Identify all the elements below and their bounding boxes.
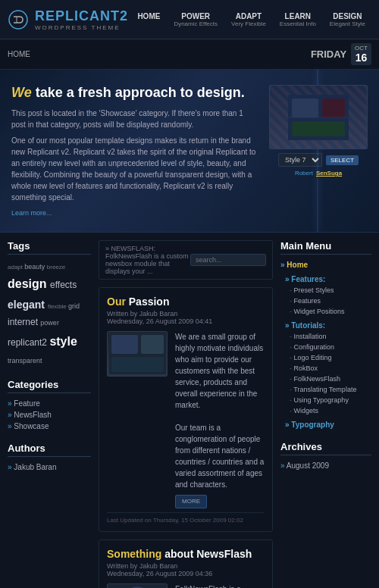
menu-widget-positions[interactable]: Widget Positions [280,306,371,317]
tag-grid[interactable]: grid [68,302,80,310]
menu-features[interactable]: Features [280,296,371,306]
hero-content: We take a fresh approach to design. This… [11,85,258,217]
hero-body-2: One of our most popular template designs… [11,135,258,203]
menu-widgets[interactable]: Widgets [280,405,371,416]
menu-rokbox[interactable]: RokBox [280,363,371,374]
learn-more-link[interactable]: Learn more... [11,209,52,217]
nav-links: HOME POWER Dynamic Effects ADAPT Very Fl… [131,9,371,30]
breadcrumb: HOME [8,50,30,58]
search-bar: » NEWSFLASH: FolkNewsFlash is a custom n… [99,240,273,280]
svg-rect-4 [292,121,345,136]
menu-installation[interactable]: Installation [280,331,371,342]
tag-breeze[interactable]: breeze [47,264,65,271]
svg-rect-2 [292,99,318,117]
logo-title: REPLICANT2 [35,8,128,24]
archives-section: Archives August 2009 [280,441,371,471]
logo-name: REPLICANT [35,8,120,23]
theme-tag-2[interactable]: SenSuga [316,170,342,177]
main-menu-section: Main Menu Home Features: Preset Styles F… [280,240,371,430]
tag-effects[interactable]: effects [50,280,77,290]
tag-flexible[interactable]: flexible [48,303,68,310]
tag-adapt[interactable]: adapt [8,264,24,271]
date-month: OCT [355,45,368,52]
tag-cloud: adapt beauty breeze design effects elega… [8,259,91,368]
style-dropdown[interactable]: Style 7 [278,153,322,167]
post-updated-1: Last Updated on Thursday, 15 October 200… [107,512,265,524]
select-button[interactable]: SELECT [326,155,359,165]
logo[interactable]: REPLICANT2 WordPress Theme [8,8,128,31]
hero-section: We take a fresh approach to design. This… [0,70,379,233]
logo-accent: 2 [120,8,128,23]
top-navigation: REPLICANT2 WordPress Theme HOME POWER Dy… [0,0,379,39]
post-title-1[interactable]: Our Passion [107,296,265,308]
menu-home[interactable]: Home [280,259,371,271]
categories-section: Categories Feature NewsFlash Showcase [8,379,91,432]
menu-configuration[interactable]: Configuration [280,342,371,352]
left-sidebar: Tags adapt beauty breeze design effects … [8,240,91,588]
post-thumb-1 [107,331,168,377]
style-select-row: Style 7 SELECT [278,153,359,167]
tag-elegant[interactable]: elegant [8,299,48,311]
tag-style[interactable]: style [49,335,77,348]
category-newsflash[interactable]: NewsFlash [8,409,91,421]
menu-folknewsflash[interactable]: FolkNewsFlash [280,374,371,384]
svg-rect-9 [111,357,164,372]
logo-text: REPLICANT2 WordPress Theme [35,8,128,31]
main-menu-title: Main Menu [280,240,371,255]
newsflash-text: » NEWSFLASH: FolkNewsFlash is a custom n… [105,245,190,275]
menu-preset-styles[interactable]: Preset Styles [280,285,371,296]
post-newsflash: Something about NewsFlash Written by Jak… [99,540,273,588]
post-text-2: FolkNewsFlash is a custom module that di… [175,583,265,588]
post-text-1: We are a small group of highly motivate … [175,331,265,508]
menu-translating[interactable]: Translating Template [280,384,371,395]
tag-design[interactable]: design [8,277,50,290]
breadcrumb-bar: HOME FRIDAY OCT 16 [0,39,379,70]
hero-image-area: Style 7 SELECT Robert SenSuga [269,85,368,217]
tag-transparent[interactable]: transparent [8,357,42,364]
authors-section: Authors Jakub Baran [8,443,91,473]
svg-rect-7 [111,335,138,354]
menu-tutorials-head[interactable]: Tutorials: [280,320,371,331]
theme-tag-1[interactable]: Robert [295,170,313,177]
svg-rect-8 [141,335,164,354]
menu-logo-editing[interactable]: Logo Editing [280,352,371,363]
author-jakub[interactable]: Jakub Baran [8,461,91,473]
more-btn-1[interactable]: MORE [175,495,207,508]
svg-rect-3 [322,99,345,117]
menu-features-head[interactable]: Features: [280,274,371,285]
tags-section: Tags adapt beauty breeze design effects … [8,240,91,368]
content-wrapper: Tags adapt beauty breeze design effects … [0,233,379,588]
tag-internet[interactable]: internet [8,317,40,327]
nav-item-adapt[interactable]: ADAPT Very Flexible [225,9,272,30]
category-feature[interactable]: Feature [8,398,91,409]
search-input[interactable] [190,254,266,266]
tags-title: Tags [8,240,91,255]
post-body-row-1: We are a small group of highly motivate … [107,331,265,508]
date-display: FRIDAY OCT 16 [311,43,371,65]
nav-item-design[interactable]: DESIGN Elegant Style [324,9,371,30]
nav-item-home[interactable]: HOME [131,9,166,30]
category-showcase[interactable]: Showcase [8,421,91,432]
date-day: 16 [355,52,368,64]
hero-thumbnail [269,85,368,149]
authors-title: Authors [8,443,91,457]
archives-title: Archives [280,441,371,455]
day-label: FRIDAY [311,48,346,60]
tag-power[interactable]: power [40,319,59,327]
menu-typography[interactable]: Using Typography [280,395,371,405]
archive-aug-2009[interactable]: August 2009 [280,460,371,471]
post-body-row-2: FolkNewsFlash is a custom module that di… [107,583,265,588]
svg-point-0 [9,11,27,29]
logo-subtitle: WordPress Theme [35,24,128,31]
nav-item-learn[interactable]: LEARN Essential Info [274,9,322,30]
theme-tags: Robert SenSuga [295,170,342,177]
right-sidebar: Main Menu Home Features: Preset Styles F… [280,240,371,588]
post-title-2[interactable]: Something about NewsFlash [107,548,265,560]
date-box: OCT 16 [351,43,371,65]
nav-item-power[interactable]: POWER Dynamic Effects [168,9,224,30]
menu-typography-head[interactable]: Typography [280,419,371,430]
tag-replicant2[interactable]: replicant2 [8,337,49,348]
post-our-passion: Our Passion Written by Jakub Baran Wedne… [99,287,273,532]
author-list: Jakub Baran [8,461,91,473]
tag-beauty[interactable]: beauty [24,263,47,271]
